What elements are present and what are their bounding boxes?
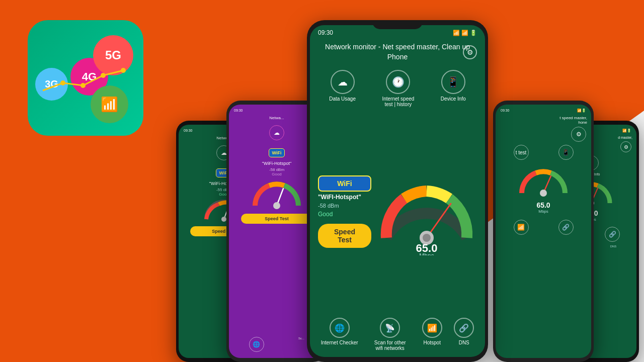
nav-data-usage[interactable]: ☁ Data Usage (329, 70, 356, 107)
data-usage-label: Data Usage (329, 96, 356, 102)
right-status: 09:30 📶🔋 (499, 109, 588, 115)
purple-wifi-name: "WiFi-Hotspot" (262, 161, 291, 166)
nav-dns[interactable]: 🔗 DNS (454, 318, 474, 351)
center-status-icons: 📶 📶 🔋 (453, 30, 477, 36)
phone-right: 09:30 📶🔋 t speed master,hone ⚙ t test 📱 (493, 101, 594, 362)
purple-dbm: -58 dBm (269, 167, 284, 172)
right-speed-test-icon[interactable]: t test (514, 145, 529, 160)
device-info-icon: 📱 (441, 70, 465, 94)
center-header: Network monitor - Net speed master, Clea… (310, 38, 485, 66)
bottom-nav: 🌐 Internet Checker 📡 Scan for other wifi… (310, 314, 485, 357)
purple-quality: Good (272, 172, 282, 176)
svg-point-10 (423, 234, 431, 242)
right-dns-icon[interactable]: 🔗 (558, 220, 574, 235)
speedometer-svg: 65.0 Mbps (376, 167, 477, 255)
internet-checker-label: Internet Checker (321, 340, 358, 345)
internet-checker-icon: 🌐 (330, 318, 350, 338)
speed-area: WiFi "WiFI-Hotspot" -58 dBm Good Speed T… (310, 109, 485, 314)
phone-center: 09:30 📶 📶 🔋 Network monitor - Net speed … (307, 20, 488, 362)
nav-scan-wifi[interactable]: 📡 Scan for other wifi networks (370, 318, 410, 351)
data-usage-icon: ☁ (331, 70, 355, 94)
far-right-dns-label: DNS (610, 245, 617, 248)
svg-point-0 (60, 80, 65, 85)
wifi-dbm: -58 dBm (318, 203, 371, 209)
speed-test-button[interactable]: Speed Test (318, 224, 371, 248)
svg-point-3 (121, 68, 126, 73)
right-device-info-icon[interactable]: 📱 (558, 145, 574, 160)
purple-internet-checker-icon[interactable]: 🌐 (249, 337, 264, 352)
nav-hotspot[interactable]: 📶 Hotspot (422, 318, 442, 351)
right-speed-value: 65.0 (499, 201, 588, 209)
wifi-name: "WiFI-Hotspot" (318, 194, 371, 201)
right-subtitle: t speed master,hone (499, 115, 588, 126)
top-nav: ☁ Data Usage 🕐 Internet speed test | his… (310, 66, 485, 109)
nav-internet-checker[interactable]: 🌐 Internet Checker (321, 318, 358, 351)
wifi-badge: WiFi (318, 175, 371, 192)
speed-history-icon: 🕐 (386, 70, 410, 94)
speedometer-container: 65.0 Mbps (376, 167, 477, 255)
chart-line (38, 65, 133, 96)
scan-wifi-label: Scan for other wifi networks (370, 340, 410, 351)
phones-container: 09:30 📷 Netwo... ☁ WiFi "WiFi-Hotspot" -… (166, 0, 644, 362)
svg-point-7 (273, 202, 280, 209)
wifi-quality: Good (318, 211, 371, 218)
gear-button[interactable]: ⚙ (463, 45, 477, 59)
nav-device-info[interactable]: 📱 Device Info (441, 70, 466, 107)
nav-speed-history[interactable]: 🕐 Internet speed test | history (378, 70, 418, 107)
scan-wifi-icon: 📡 (380, 318, 400, 338)
purple-speed-btn[interactable]: Speed Test (241, 214, 312, 224)
speed-history-label: Internet speed test | history (378, 96, 418, 107)
center-time: 09:30 (318, 29, 333, 36)
svg-point-14 (540, 190, 547, 197)
purple-data-usage-icon[interactable]: ☁ (269, 125, 284, 140)
center-title: Network monitor - Net speed master, Clea… (318, 42, 477, 62)
hotspot-icon: 📶 (422, 318, 442, 338)
dns-icon: 🔗 (454, 318, 474, 338)
center-notch (372, 20, 423, 29)
far-right-gear-icon[interactable]: ⚙ (620, 141, 631, 152)
svg-text:Mbps: Mbps (419, 252, 434, 255)
far-right-dns-icon[interactable]: 🔗 (605, 227, 620, 242)
hotspot-label: Hotspot (423, 340, 440, 345)
right-hotspot-icon[interactable]: 📶 (514, 220, 529, 235)
svg-point-1 (80, 83, 86, 88)
right-speedometer (516, 164, 571, 199)
right-speed-unit: Mbps (499, 209, 588, 214)
device-info-label: Device Info (441, 96, 466, 102)
svg-point-5 (221, 217, 226, 222)
svg-point-2 (101, 73, 106, 78)
app-icon: 3G 4G 5G 📶 (28, 20, 143, 136)
purple-wifi-badge: WiFi (269, 148, 285, 157)
dns-label: DNS (459, 340, 469, 345)
right-gear-icon[interactable]: ⚙ (571, 127, 586, 142)
purple-speedometer (249, 176, 304, 212)
wifi-info-panel: WiFi "WiFI-Hotspot" -58 dBm Good Speed T… (318, 175, 371, 248)
